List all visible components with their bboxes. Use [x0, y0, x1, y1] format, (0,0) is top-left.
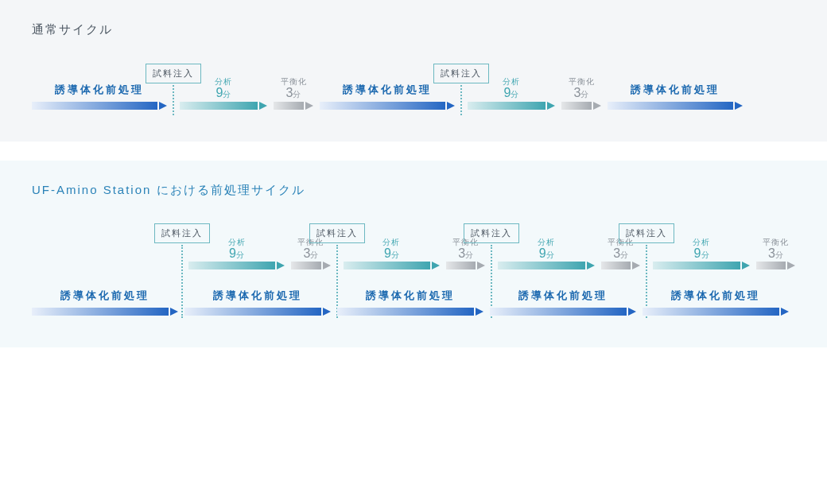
- analysis-step: 分析 9分: [344, 238, 441, 270]
- deriv-arrow: [337, 308, 483, 316]
- deriv-label: 誘導体化前処理: [366, 289, 455, 303]
- deriv-label: 誘導体化前処理: [60, 289, 149, 303]
- deriv-label: 誘導体化前処理: [518, 289, 608, 303]
- analysis-step: 分析 9分: [498, 238, 595, 270]
- deriv-step: 誘導体化前処理: [32, 289, 178, 316]
- ufamino-deriv-row: 誘導体化前処理 誘導体化前処理 誘導体化前処理 誘導体化前処理 誘導体化前処理: [32, 289, 795, 316]
- ufamino-cycle-panel: UF-Amino Station における前処理サイクル 試料注入 分析 9分 …: [0, 161, 827, 348]
- deriv-label: 誘導体化前処理: [343, 83, 432, 97]
- equilibration-arrow: [756, 262, 795, 269]
- deriv-step: 誘導体化前処理: [337, 289, 483, 316]
- equilibration-arrow: [274, 102, 313, 110]
- arrow-head-icon: [259, 102, 267, 110]
- arrow-head-icon: [277, 262, 285, 269]
- ufamino-cycle-title: UF-Amino Station における前処理サイクル: [32, 183, 795, 198]
- arrow-head-icon: [476, 308, 483, 316]
- analysis-step: 分析 9分: [468, 77, 555, 110]
- analysis-step: 分析 9分: [653, 238, 750, 270]
- equilibration-step: 平衡化 3分: [561, 77, 601, 110]
- arrow-head-icon: [323, 308, 331, 316]
- deriv-step: 誘導体化前処理: [490, 289, 636, 316]
- arrow-head-icon: [781, 308, 789, 316]
- arrow-head-icon: [787, 262, 795, 269]
- arrow-head-icon: [170, 308, 178, 316]
- deriv-arrow: [32, 308, 178, 316]
- analysis-time: 分析 9分: [382, 238, 400, 261]
- arrow-head-icon: [305, 102, 313, 110]
- normal-cycle-panel: 通常サイクル 誘導体化前処理 試料注入 分析 9分: [0, 0, 827, 142]
- deriv-label: 誘導体化前処理: [671, 289, 760, 303]
- deriv-arrow: [608, 102, 743, 110]
- analysis-time: 分析 9分: [503, 77, 520, 100]
- deriv-label: 誘導体化前処理: [55, 83, 144, 97]
- equilibration-arrow: [561, 102, 601, 110]
- analysis-time: 分析 9分: [215, 77, 232, 100]
- deriv-step: 誘導体化前処理: [643, 289, 789, 316]
- deriv-arrow: [490, 308, 636, 316]
- arrow-head-icon: [432, 262, 440, 269]
- normal-cycle-row: 誘導体化前処理 試料注入 分析 9分 平衡化: [32, 77, 795, 110]
- analysis-arrow: [653, 262, 750, 269]
- arrow-head-icon: [735, 102, 743, 110]
- deriv-label: 誘導体化前処理: [213, 289, 302, 303]
- deriv-label: 誘導体化前処理: [631, 83, 720, 97]
- arrow-head-icon: [593, 102, 601, 110]
- deriv-step: 誘導体化前処理: [608, 83, 743, 110]
- injection-dotted-line-icon: [173, 85, 174, 115]
- analysis-arrow: [188, 262, 285, 269]
- arrow-head-icon: [547, 102, 555, 110]
- deriv-arrow: [643, 308, 789, 316]
- equilibration-time: 平衡化 3分: [569, 77, 595, 100]
- ufamino-analysis-row: 試料注入 分析 9分 平衡化 3分 試料注入: [32, 238, 795, 270]
- analysis-arrow: [344, 262, 441, 269]
- arrow-head-icon: [628, 308, 636, 316]
- analysis-time: 分析 9分: [693, 238, 710, 261]
- injection-dotted-line-icon: [460, 85, 462, 115]
- equilibration-time: 平衡化 3分: [281, 77, 307, 100]
- analysis-time: 分析 9分: [538, 238, 555, 261]
- analysis-arrow: [498, 262, 595, 269]
- arrow-head-icon: [742, 262, 750, 269]
- analysis-arrow: [468, 102, 555, 110]
- analysis-time: 分析 9分: [228, 238, 246, 261]
- analysis-step: 分析 9分: [188, 238, 285, 270]
- deriv-step: 誘導体化前処理: [184, 289, 331, 316]
- deriv-arrow: [184, 308, 331, 316]
- analysis-step: 分析 9分: [180, 77, 267, 110]
- equilibration-step: 平衡化 3分: [756, 238, 795, 270]
- normal-cycle-title: 通常サイクル: [32, 22, 795, 37]
- analysis-arrow: [180, 102, 267, 110]
- equilibration-time: 平衡化 3分: [763, 238, 789, 261]
- arrow-head-icon: [587, 262, 595, 269]
- equilibration-step: 平衡化 3分: [274, 77, 313, 110]
